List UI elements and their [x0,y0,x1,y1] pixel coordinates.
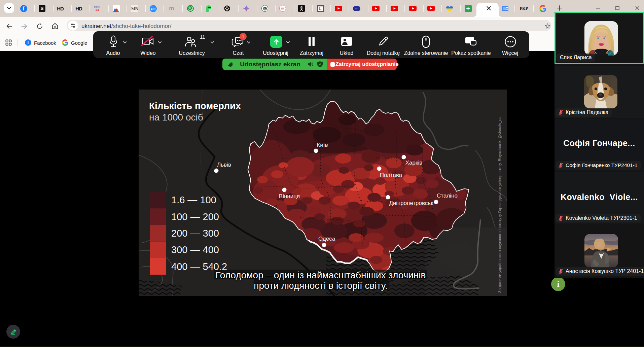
svg-text:За даними українського науково: За даними українського наукового інститу… [498,116,502,293]
svg-text:300 — 400: 300 — 400 [171,244,219,255]
svg-text:Кількість померлих: Кількість померлих [149,101,241,111]
svg-text:Київ: Київ [317,142,328,148]
svg-text:Полтава: Полтава [380,172,402,178]
svg-text:100 — 200: 100 — 200 [171,211,219,222]
svg-text:Дніпропетровськ: Дніпропетровськ [389,200,433,206]
svg-text:Харків: Харків [405,160,423,166]
svg-text:Вінниця: Вінниця [279,193,300,200]
svg-text:1.6 — 100: 1.6 — 100 [171,195,216,205]
svg-text:Львів: Львів [217,162,231,168]
svg-text:200 — 300: 200 — 300 [171,228,219,239]
svg-text:Одеса: Одеса [318,236,335,242]
svg-text:на 1000 осіб: на 1000 осіб [149,112,203,123]
svg-text:Сталіно: Сталіно [437,193,458,199]
